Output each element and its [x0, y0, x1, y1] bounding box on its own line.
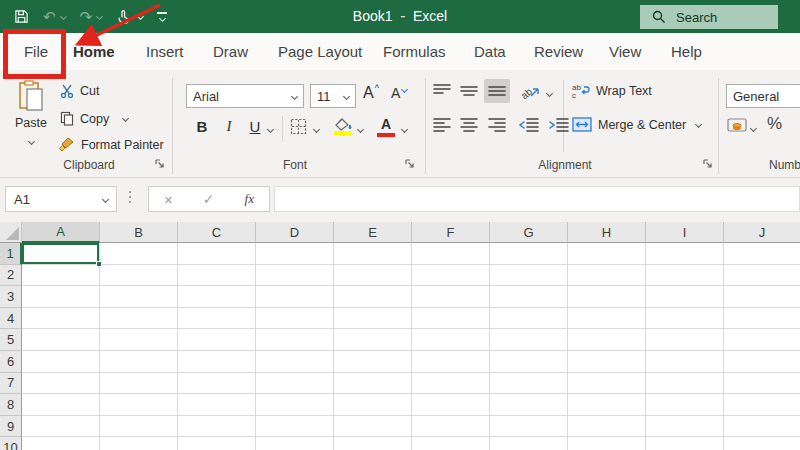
cell-D5[interactable] [256, 329, 334, 351]
cell-E10[interactable] [334, 437, 412, 450]
row-header-3[interactable]: 3 [0, 286, 22, 308]
cell-B9[interactable] [100, 416, 178, 438]
cell-A4[interactable] [22, 308, 100, 330]
tab-page-layout[interactable]: Page Layout [278, 33, 362, 70]
row-header-9[interactable]: 9 [0, 416, 22, 438]
cell-H5[interactable] [568, 329, 646, 351]
cell-I8[interactable] [646, 394, 724, 416]
paste-dropdown-chevron[interactable] [27, 138, 34, 145]
cell-G6[interactable] [490, 351, 568, 373]
cell-J8[interactable] [724, 394, 800, 416]
tab-view[interactable]: View [609, 33, 641, 70]
font-family-select[interactable]: Arial [186, 84, 304, 108]
bottom-align-button[interactable] [484, 79, 510, 103]
cell-B4[interactable] [100, 308, 178, 330]
cell-G1[interactable] [490, 243, 568, 265]
name-box-dropdown-chevron[interactable] [102, 195, 109, 202]
cell-D6[interactable] [256, 351, 334, 373]
paste-button[interactable]: Paste [8, 78, 54, 154]
orientation-button[interactable]: ab [521, 81, 541, 105]
column-header-A[interactable]: A [22, 222, 100, 243]
tab-review[interactable]: Review [534, 33, 583, 70]
cell-C6[interactable] [178, 351, 256, 373]
cell-I7[interactable] [646, 373, 724, 395]
format-painter-button[interactable]: Format Painter [58, 137, 164, 153]
cell-E1[interactable] [334, 243, 412, 265]
row-header-7[interactable]: 7 [0, 373, 22, 395]
cell-B3[interactable] [100, 286, 178, 308]
tab-insert[interactable]: Insert [146, 33, 184, 70]
cancel-icon[interactable]: × [164, 191, 173, 208]
tab-help[interactable]: Help [671, 33, 702, 70]
accounting-format-button[interactable] [727, 117, 747, 137]
center-button[interactable] [459, 117, 479, 137]
cell-G8[interactable] [490, 394, 568, 416]
cell-E9[interactable] [334, 416, 412, 438]
cell-H2[interactable] [568, 265, 646, 287]
cell-C2[interactable] [178, 265, 256, 287]
cell-I2[interactable] [646, 265, 724, 287]
cell-J6[interactable] [724, 351, 800, 373]
font-color-button[interactable]: A [376, 115, 396, 133]
cell-F6[interactable] [412, 351, 490, 373]
cell-C9[interactable] [178, 416, 256, 438]
column-header-H[interactable]: H [568, 222, 646, 243]
alignment-dialog-launcher[interactable] [702, 158, 714, 170]
cell-E7[interactable] [334, 373, 412, 395]
cell-D7[interactable] [256, 373, 334, 395]
cell-C7[interactable] [178, 373, 256, 395]
formula-bar-drag-handle[interactable] [129, 191, 131, 203]
cell-A7[interactable] [22, 373, 100, 395]
number-format-select[interactable]: General [726, 84, 800, 108]
underline-dropdown-chevron[interactable] [267, 126, 274, 133]
row-header-8[interactable]: 8 [0, 394, 22, 416]
cell-F7[interactable] [412, 373, 490, 395]
cell-B7[interactable] [100, 373, 178, 395]
cell-H10[interactable] [568, 437, 646, 450]
cell-B2[interactable] [100, 265, 178, 287]
cell-F2[interactable] [412, 265, 490, 287]
cell-A3[interactable] [22, 286, 100, 308]
column-header-C[interactable]: C [178, 222, 256, 243]
cell-H9[interactable] [568, 416, 646, 438]
cell-B6[interactable] [100, 351, 178, 373]
cell-I6[interactable] [646, 351, 724, 373]
percent-style-button[interactable]: % [767, 114, 782, 134]
italic-button[interactable]: I [220, 118, 238, 135]
cell-D2[interactable] [256, 265, 334, 287]
column-header-D[interactable]: D [256, 222, 334, 243]
merge-center-dropdown-chevron[interactable] [695, 121, 702, 128]
column-header-G[interactable]: G [490, 222, 568, 243]
cell-G3[interactable] [490, 286, 568, 308]
increase-font-size-button[interactable]: A^ [363, 84, 378, 102]
top-align-button[interactable] [432, 83, 452, 103]
cell-I5[interactable] [646, 329, 724, 351]
cell-E8[interactable] [334, 394, 412, 416]
insert-function-icon[interactable]: fx [245, 191, 254, 207]
cell-F1[interactable] [412, 243, 490, 265]
cell-D4[interactable] [256, 308, 334, 330]
cell-H8[interactable] [568, 394, 646, 416]
cell-E2[interactable] [334, 265, 412, 287]
row-header-5[interactable]: 5 [0, 329, 22, 351]
column-header-J[interactable]: J [724, 222, 800, 243]
cell-I1[interactable] [646, 243, 724, 265]
cell-G4[interactable] [490, 308, 568, 330]
cell-E5[interactable] [334, 329, 412, 351]
row-header-1[interactable]: 1 [0, 243, 22, 265]
fill-handle[interactable] [96, 261, 102, 267]
cell-I9[interactable] [646, 416, 724, 438]
cut-button[interactable]: Cut [60, 84, 99, 98]
column-header-E[interactable]: E [334, 222, 412, 243]
cell-J4[interactable] [724, 308, 800, 330]
orientation-dropdown-chevron[interactable] [546, 90, 553, 97]
font-dialog-launcher[interactable] [404, 158, 416, 170]
cell-H4[interactable] [568, 308, 646, 330]
cell-H7[interactable] [568, 373, 646, 395]
select-all-button[interactable] [0, 222, 22, 243]
merge-center-button[interactable]: Merge & Center [572, 117, 701, 132]
cell-I4[interactable] [646, 308, 724, 330]
bold-button[interactable]: B [192, 118, 212, 135]
cell-F9[interactable] [412, 416, 490, 438]
cell-J3[interactable] [724, 286, 800, 308]
